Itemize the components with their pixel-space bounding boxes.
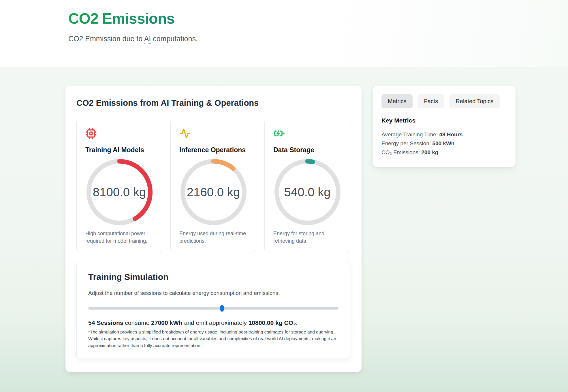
tab-related-topics[interactable]: Related Topics [449, 94, 500, 108]
page-title: CO2 Emissions [68, 10, 174, 27]
result-sessions: 54 Sessions [88, 319, 123, 326]
subtitle-text: CO2 Emmission due to [68, 35, 144, 43]
slider-track[interactable] [88, 307, 338, 310]
inference-emissions-donut: 2160.0 kg [180, 159, 247, 226]
tab-facts[interactable]: Facts [417, 94, 444, 108]
inference-operations-title: Inference Operations [179, 146, 247, 154]
metric-label: CO₂ Emissions: [381, 149, 421, 155]
result-text-1: consume [123, 319, 151, 326]
metric-value: 500 kWh [432, 140, 454, 146]
activity-icon [179, 128, 247, 140]
result-co2: 10800.00 kg CO₂ [249, 319, 296, 326]
result-text-3: . [296, 319, 298, 326]
data-storage-title: Data Storage [273, 146, 341, 154]
page-subtitle: CO2 Emmission due to AI computations. [65, 35, 568, 43]
storage-emissions-donut: 540.0 kg [274, 159, 341, 226]
training-models-title: Training AI Models [85, 146, 153, 154]
metric-label: Average Training Time: [381, 131, 439, 137]
tab-metrics[interactable]: Metrics [381, 94, 413, 108]
page-header: CO2 Emissions CO2 Emmission due to AI co… [0, 0, 568, 67]
inference-emissions-value: 2160.0 kg [180, 159, 247, 226]
simulation-title: Training Simulation [88, 272, 338, 282]
battery-charging-icon [273, 128, 341, 140]
metric-avg-training-time: Average Training Time: 48 Hours [381, 130, 507, 139]
inference-operations-description: Energy used during real-time predictions… [179, 230, 247, 245]
metric-energy-per-session: Energy per Session: 500 kWh [381, 139, 507, 148]
cpu-icon [85, 128, 153, 140]
training-emissions-donut: 8100.0 kg [86, 159, 153, 226]
data-storage-description: Energy for storing and retrieving data. [273, 230, 341, 245]
training-emissions-value: 8100.0 kg [86, 159, 153, 226]
slider-thumb[interactable] [220, 305, 224, 312]
subtitle-text-end: computations. [151, 35, 198, 43]
key-metrics-list: Average Training Time: 48 Hours Energy p… [381, 130, 507, 157]
metric-value: 200 kg [421, 149, 438, 155]
simulation-description: Adjust the number of sessions to calcula… [88, 290, 338, 296]
storage-emissions-value: 540.0 kg [274, 159, 341, 226]
key-metrics-heading: Key Metrics [381, 117, 507, 124]
inference-operations-card: Inference Operations 2160.0 kg Energy us… [170, 119, 256, 252]
training-models-description: High computational power required for mo… [85, 230, 153, 245]
page: CO2 Emissions CO2 Emmission due to AI co… [0, 0, 568, 392]
training-models-card: Training AI Models 8100.0 kg High comput… [76, 119, 162, 252]
training-simulation-card: Training Simulation Adjust the number of… [76, 261, 350, 359]
simulation-disclaimer: *The simulation provides a simplified br… [88, 329, 338, 349]
emissions-panel: CO2 Emissions from AI Training & Operati… [65, 86, 362, 372]
simulation-result: 54 Sessions consume 27000 kWh and emit a… [88, 319, 338, 326]
result-text-2: and emit approximately [183, 319, 249, 326]
section-title: CO2 Emissions from AI Training & Operati… [76, 98, 351, 108]
content-area: CO2 Emissions from AI Training & Operati… [0, 67, 568, 372]
info-tabs: Metrics Facts Related Topics [381, 94, 507, 108]
sessions-slider[interactable] [88, 305, 338, 311]
info-panel: Metrics Facts Related Topics Key Metrics… [373, 86, 516, 167]
metric-label: Energy per Session: [381, 140, 432, 146]
result-kwh: 27000 kWh [151, 319, 183, 326]
metric-card-row: Training AI Models 8100.0 kg High comput… [76, 119, 351, 252]
metric-co2-emissions: CO₂ Emissions: 200 kg [381, 148, 507, 157]
data-storage-card: Data Storage 540.0 kg Energy for storing… [264, 119, 350, 252]
ai-abbreviation: AI [144, 35, 151, 44]
metric-value: 48 Hours [439, 131, 462, 137]
